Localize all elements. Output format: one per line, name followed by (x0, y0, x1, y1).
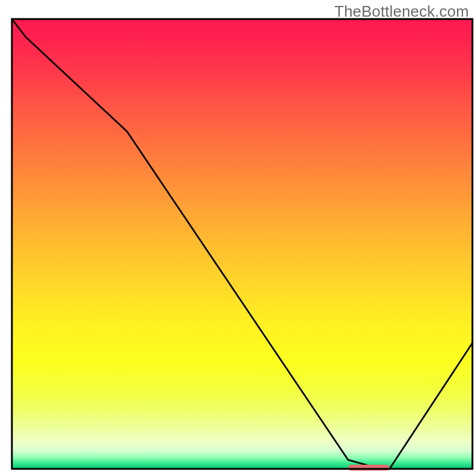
chart-svg (0, 0, 476, 476)
plot-background (12, 19, 472, 469)
bottleneck-chart: TheBottleneck.com (0, 0, 476, 476)
watermark-text: TheBottleneck.com (334, 2, 469, 21)
